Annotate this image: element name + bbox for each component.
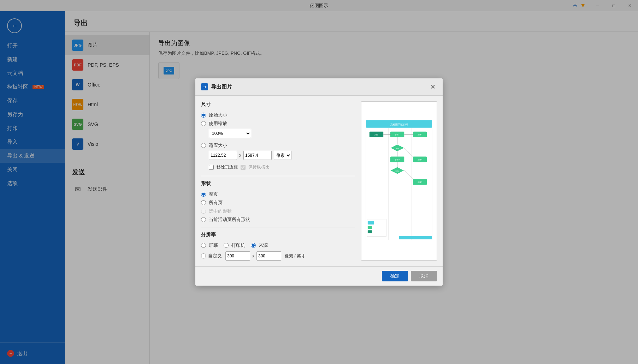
size-fit-label: 适应大小	[209, 142, 227, 149]
keep-ratio-checkbox[interactable]	[241, 165, 246, 170]
svg-rect-23	[368, 221, 374, 225]
size-scale-label: 使用缩放	[209, 120, 227, 127]
res-custom-radio[interactable]	[201, 253, 206, 258]
svg-rect-25	[368, 230, 372, 233]
res-source-row: 来源	[251, 242, 268, 249]
res-source-label: 来源	[259, 242, 268, 249]
width-input[interactable]	[209, 151, 237, 160]
svg-text:步骤2: 步骤2	[418, 133, 422, 136]
res-unit-label: 像素 / 英寸	[285, 253, 305, 259]
res-source-radio[interactable]	[251, 243, 256, 248]
svg-text:判断2: 判断2	[395, 170, 399, 172]
svg-rect-24	[368, 226, 372, 229]
divider-1	[201, 176, 355, 176]
modal-header: ⇥ 导出图片 ✕	[195, 78, 443, 96]
res-printer-radio[interactable]	[224, 243, 229, 248]
svg-line-31	[404, 148, 413, 157]
res-height-input[interactable]	[256, 251, 281, 261]
size-input-row: x 像素 英寸	[209, 151, 355, 160]
scale-select[interactable]: 100% 50% 200%	[209, 129, 251, 138]
modal-close-button[interactable]: ✕	[429, 83, 437, 91]
res-width-spinner	[225, 251, 250, 261]
modal-header-left: ⇥ 导出图片	[201, 83, 232, 90]
res-printer-row: 打印机	[224, 242, 245, 249]
shape-activepage-row: 当前活动页所有形状	[201, 216, 355, 223]
divider-2	[201, 227, 355, 227]
shape-wholepage-row: 整页	[201, 191, 355, 197]
svg-text:步骤5: 步骤5	[418, 181, 422, 183]
res-screen-radio[interactable]	[201, 243, 206, 248]
svg-rect-26	[399, 236, 432, 239]
size-section-title: 尺寸	[201, 101, 355, 108]
svg-text:开始: 开始	[374, 134, 378, 136]
remove-padding-label: 移除页边距	[217, 164, 238, 170]
custom-resolution-row: 自定义 x 像素 / 英寸	[201, 251, 355, 261]
svg-line-33	[404, 171, 413, 179]
size-scale-radio[interactable]	[201, 121, 206, 126]
confirm-button[interactable]: 确定	[382, 271, 408, 281]
shape-selected-radio	[201, 209, 206, 214]
shape-section-title: 形状	[201, 180, 355, 187]
modal-icon: ⇥	[201, 83, 208, 90]
shape-allpages-label: 所有页	[209, 199, 223, 206]
preview-panel: 流程图示范实例 开始 步骤1 步骤2	[361, 101, 437, 261]
remove-padding-row: 移除页边距 保持纵横比	[209, 164, 355, 170]
cancel-button[interactable]: 取消	[411, 271, 437, 281]
shape-activepage-radio[interactable]	[201, 217, 206, 222]
resolution-row: 屏幕 打印机 来源	[201, 242, 355, 249]
modal-title: 导出图片	[211, 84, 232, 90]
svg-text:步骤4: 步骤4	[418, 159, 422, 161]
shape-activepage-label: 当前活动页所有形状	[209, 216, 250, 223]
size-scale-row: 使用缩放	[201, 120, 355, 127]
unit-select[interactable]: 像素 英寸	[274, 151, 291, 160]
export-dialog: ⇥ 导出图片 ✕ 尺寸 原始大小 使用缩放	[195, 78, 443, 286]
res-screen-row: 屏幕	[201, 242, 218, 249]
resolution-section-title: 分辨率	[201, 232, 355, 238]
modal-left-panel: 尺寸 原始大小 使用缩放 100% 50% 200%	[201, 101, 355, 261]
shape-radio-group: 整页 所有页 选中的形状 当前活动页所有形状	[201, 191, 355, 223]
res-screen-label: 屏幕	[209, 242, 218, 249]
res-printer-label: 打印机	[231, 242, 245, 249]
shape-selected-row: 选中的形状	[201, 208, 355, 214]
modal-body: 尺寸 原始大小 使用缩放 100% 50% 200%	[195, 96, 443, 266]
shape-wholepage-radio[interactable]	[201, 192, 206, 197]
shape-allpages-row: 所有页	[201, 199, 355, 206]
preview-area: 流程图示范实例 开始 步骤1 步骤2	[361, 102, 437, 260]
res-custom-label: 自定义	[208, 253, 222, 259]
shape-wholepage-label: 整页	[209, 191, 218, 197]
svg-text:流程图示范实例: 流程图示范实例	[390, 123, 408, 126]
size-radio-group: 原始大小 使用缩放 100% 50% 200%	[201, 112, 355, 172]
remove-padding-checkbox[interactable]	[209, 165, 214, 170]
shape-allpages-radio[interactable]	[201, 200, 206, 205]
size-original-label: 原始大小	[209, 112, 227, 118]
size-fit-row: 适应大小	[201, 142, 355, 149]
shape-selected-label: 选中的形状	[209, 208, 232, 214]
size-original-radio[interactable]	[201, 113, 206, 118]
svg-text:步骤1: 步骤1	[395, 133, 400, 136]
modal-footer: 确定 取消	[195, 266, 443, 286]
height-input[interactable]	[243, 151, 272, 160]
scale-input-row: 100% 50% 200%	[209, 129, 355, 138]
res-height-spinner	[256, 251, 281, 261]
res-width-input[interactable]	[225, 251, 250, 261]
size-fit-radio[interactable]	[201, 143, 206, 148]
svg-text:步骤3: 步骤3	[395, 159, 400, 161]
preview-flowchart: 流程图示范实例 开始 步骤1 步骤2	[364, 105, 434, 257]
modal-overlay: ⇥ 导出图片 ✕ 尺寸 原始大小 使用缩放	[0, 0, 638, 364]
size-original-row: 原始大小	[201, 112, 355, 118]
size-x-separator: x	[239, 153, 241, 158]
keep-ratio-label: 保持纵横比	[248, 164, 270, 170]
res-x-separator: x	[252, 253, 254, 258]
svg-text:判断: 判断	[396, 148, 399, 149]
